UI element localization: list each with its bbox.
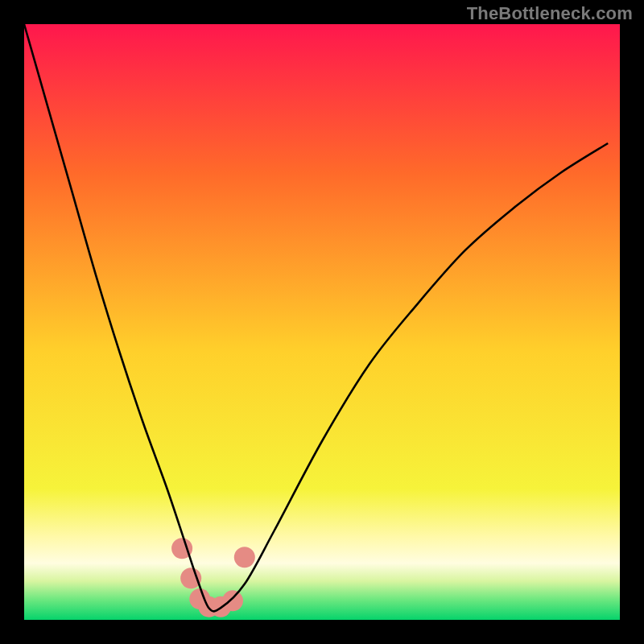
gradient-background [24, 24, 620, 620]
marker-dot [180, 568, 201, 588]
watermark-text: TheBottleneck.com [467, 3, 633, 24]
bottleneck-chart [0, 0, 644, 644]
chart-stage: TheBottleneck.com [0, 0, 644, 644]
marker-dot [222, 590, 243, 611]
marker-dot [234, 547, 255, 568]
